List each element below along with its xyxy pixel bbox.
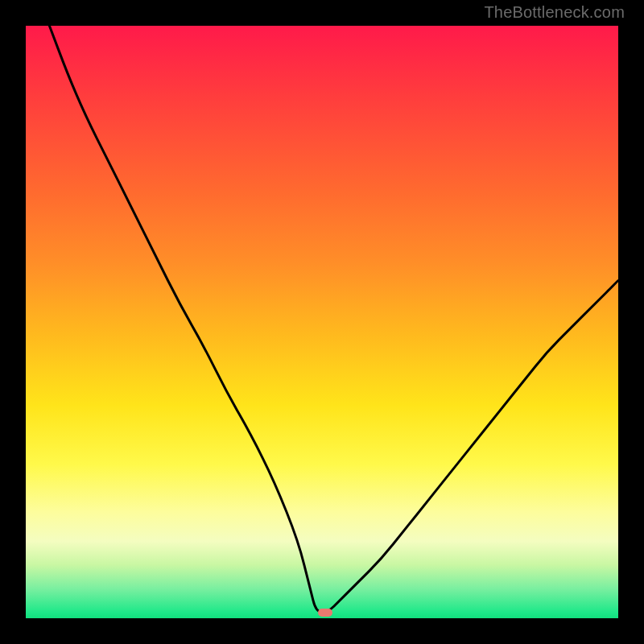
bottleneck-curve — [26, 26, 618, 618]
chart-frame: TheBottleneck.com — [0, 0, 644, 644]
plot-area — [26, 26, 618, 618]
optimum-marker — [318, 609, 332, 617]
watermark-text: TheBottleneck.com — [484, 3, 625, 22]
